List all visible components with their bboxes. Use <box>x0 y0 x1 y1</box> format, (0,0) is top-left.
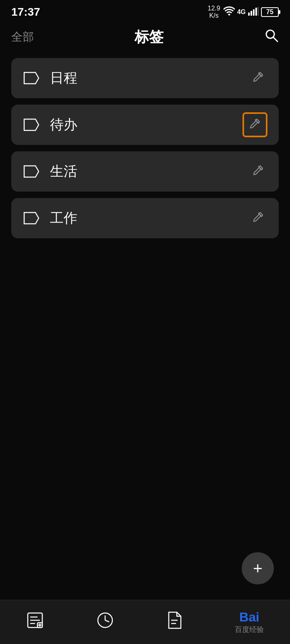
svg-rect-0 <box>248 12 250 16</box>
clock-icon <box>96 611 114 633</box>
svg-rect-3 <box>255 8 257 16</box>
signal-icon <box>248 7 259 17</box>
tag-icon-1 <box>23 71 40 85</box>
baidu-label: 百度经验 <box>235 625 264 634</box>
page-title: 标签 <box>34 27 264 47</box>
baidu-icon: Bai <box>239 610 259 625</box>
tag-icon-4 <box>23 211 40 225</box>
search-button[interactable] <box>264 28 279 46</box>
tag-name-3: 生活 <box>50 162 249 181</box>
tag-edit-button-2[interactable] <box>242 112 267 137</box>
nav-item-notes[interactable] <box>18 607 52 637</box>
tag-edit-button-1[interactable] <box>249 67 267 89</box>
wifi-icon <box>224 6 235 18</box>
tag-name-2: 待办 <box>50 116 242 134</box>
svg-line-6 <box>273 37 278 41</box>
page-header: 全部 标签 <box>0 23 290 52</box>
file-icon <box>166 611 182 633</box>
tag-icon-3 <box>23 164 40 179</box>
nav-item-file[interactable] <box>158 607 191 637</box>
status-icons: 4G 75 <box>224 6 279 18</box>
status-right: 12.9 K/s 4G <box>208 5 279 19</box>
status-time: 17:37 <box>11 6 40 19</box>
tag-list: 日程 待办 生活 <box>0 52 290 245</box>
status-bar: 17:37 12.9 K/s 4G <box>0 0 290 23</box>
svg-rect-4 <box>258 7 259 16</box>
add-tag-fab[interactable]: + <box>242 552 274 584</box>
tag-name-1: 日程 <box>50 69 249 87</box>
tag-icon-2 <box>23 118 40 132</box>
nav-item-baidu[interactable]: Bai 百度经验 <box>227 606 272 638</box>
svg-rect-1 <box>251 11 252 16</box>
svg-line-16 <box>105 620 109 622</box>
tag-item-3[interactable]: 生活 <box>11 151 279 192</box>
nav-item-clock[interactable] <box>88 607 122 637</box>
tag-item-2[interactable]: 待办 <box>11 105 279 145</box>
tag-item-1[interactable]: 日程 <box>11 58 279 98</box>
network-speed: 12.9 K/s <box>208 5 220 19</box>
svg-rect-2 <box>253 9 255 16</box>
bottom-navigation: Bai 百度经验 <box>0 600 290 644</box>
tag-edit-button-3[interactable] <box>249 161 267 182</box>
tag-item-4[interactable]: 工作 <box>11 198 279 238</box>
notes-icon <box>26 611 44 633</box>
back-button[interactable]: 全部 <box>11 29 34 45</box>
battery-icon: 75 <box>261 7 279 17</box>
tag-name-4: 工作 <box>50 209 249 227</box>
network-type-icon: 4G <box>237 8 246 16</box>
tag-edit-button-4[interactable] <box>249 207 267 229</box>
